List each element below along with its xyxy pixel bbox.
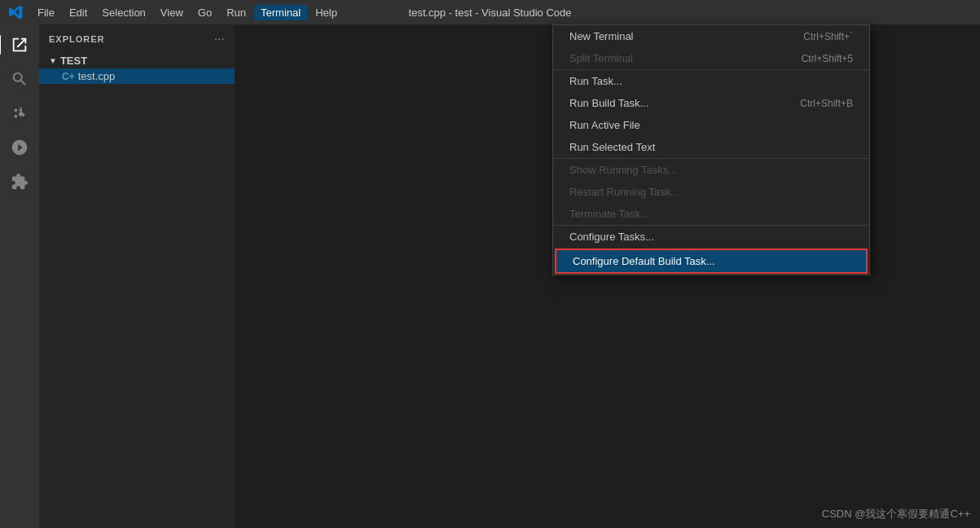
menu-item-run[interactable]: Run (220, 5, 253, 20)
restart-running-task-label: Restart Running Task... (569, 186, 679, 198)
activity-search[interactable] (6, 65, 33, 93)
show-running-tasks-label: Show Running Tasks... (569, 164, 677, 176)
main-layout: EXPLORER ··· ▼ TEST C+ test.cpp New Term… (0, 24, 980, 528)
extensions-icon (11, 173, 29, 191)
menu-section-configure: Configure Tasks... Configure Default Bui… (553, 226, 869, 274)
menu-item-file[interactable]: File (31, 5, 61, 20)
run-debug-icon (11, 139, 29, 156)
cpp-file-icon: C+ (62, 71, 75, 82)
menu-item-terminal[interactable]: Terminal (254, 5, 307, 20)
split-terminal-shortcut: Ctrl+Shift+5 (802, 53, 853, 64)
window-title: test.cpp - test - Visual Studio Code (409, 7, 572, 19)
run-active-file-label: Run Active File (569, 119, 640, 131)
folder-test[interactable]: ▼ TEST (39, 53, 235, 68)
terminate-task-label: Terminate Task... (569, 208, 649, 220)
activity-source-control[interactable] (6, 99, 33, 127)
menu-item-view[interactable]: View (154, 5, 190, 20)
title-bar: File Edit Selection View Go Run Terminal… (0, 0, 980, 24)
activity-explorer[interactable] (6, 31, 33, 59)
menu-configure-default-build-task[interactable]: Configure Default Build Task... (556, 250, 866, 272)
menu-configure-tasks[interactable]: Configure Tasks... (553, 226, 869, 248)
configure-default-build-task-wrapper: Configure Default Build Task... (555, 249, 868, 274)
source-control-icon (11, 104, 29, 122)
menu-new-terminal[interactable]: New Terminal Ctrl+Shift+` (553, 25, 869, 47)
run-selected-text-label: Run Selected Text (569, 141, 655, 153)
sidebar: EXPLORER ··· ▼ TEST C+ test.cpp (39, 24, 235, 528)
watermark: CSDN @我这个寒假要精通C++ (822, 507, 970, 521)
menu-run-selected-text[interactable]: Run Selected Text (553, 136, 869, 158)
search-icon (11, 70, 29, 88)
terminal-dropdown-menu: New Terminal Ctrl+Shift+` Split Terminal… (552, 24, 870, 275)
vscode-logo (8, 5, 23, 20)
menu-run-active-file[interactable]: Run Active File (553, 114, 869, 136)
explorer-icon (11, 36, 29, 54)
file-test-cpp[interactable]: C+ test.cpp (39, 68, 235, 84)
activity-extensions[interactable] (6, 168, 33, 196)
menu-item-go[interactable]: Go (191, 5, 218, 20)
configure-default-build-task-label: Configure Default Build Task... (573, 255, 715, 267)
file-name: test.cpp (78, 70, 116, 82)
run-task-label: Run Task... (569, 75, 622, 87)
menu-restart-running-task: Restart Running Task... (553, 181, 869, 203)
editor-area: New Terminal Ctrl+Shift+` Split Terminal… (235, 24, 980, 528)
new-terminal-shortcut: Ctrl+Shift+` (803, 31, 853, 42)
chevron-down-icon: ▼ (49, 56, 57, 65)
new-terminal-label: New Terminal (569, 30, 634, 42)
run-build-task-label: Run Build Task... (569, 97, 648, 109)
sidebar-header: EXPLORER ··· (39, 24, 235, 53)
run-build-task-shortcut: Ctrl+Shift+B (800, 98, 853, 109)
menu-run-task[interactable]: Run Task... (553, 70, 869, 92)
menu-item-selection[interactable]: Selection (95, 5, 152, 20)
configure-tasks-label: Configure Tasks... (569, 231, 654, 243)
menu-section-terminal: New Terminal Ctrl+Shift+` Split Terminal… (553, 25, 869, 70)
menu-section-running: Show Running Tasks... Restart Running Ta… (553, 159, 869, 226)
file-tree: ▼ TEST C+ test.cpp (39, 53, 235, 528)
sidebar-more-button[interactable]: ··· (214, 32, 225, 46)
menu-terminate-task: Terminate Task... (553, 203, 869, 225)
sidebar-title: EXPLORER (49, 34, 105, 44)
menu-split-terminal: Split Terminal Ctrl+Shift+5 (553, 47, 869, 69)
menu-item-edit[interactable]: Edit (63, 5, 94, 20)
menu-section-run: Run Task... Run Build Task... Ctrl+Shift… (553, 70, 869, 159)
menu-item-help[interactable]: Help (309, 5, 344, 20)
activity-bar (0, 24, 39, 528)
split-terminal-label: Split Terminal (569, 52, 633, 64)
menu-run-build-task[interactable]: Run Build Task... Ctrl+Shift+B (553, 92, 869, 114)
folder-name: TEST (60, 55, 87, 67)
activity-run-debug[interactable] (6, 134, 33, 161)
menu-show-running-tasks: Show Running Tasks... (553, 159, 869, 181)
